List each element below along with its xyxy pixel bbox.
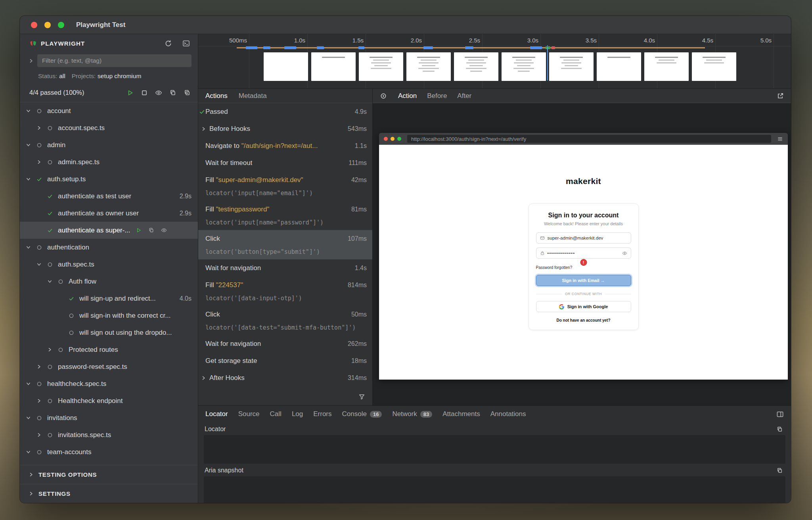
tree-item-authenticate-as-owner-user[interactable]: authenticate as owner user2.9s xyxy=(20,205,198,222)
timeline-filmstrip[interactable] xyxy=(264,52,736,81)
timeline[interactable]: 500ms1.0s1.5s2.0s2.5s3.0s3.5s4.0s4.5s5.0… xyxy=(198,34,791,89)
filmstrip-thumbnail[interactable] xyxy=(311,52,356,81)
chevron-down-icon[interactable] xyxy=(26,177,36,182)
open-external-icon[interactable] xyxy=(777,92,784,100)
chevron-down-icon[interactable] xyxy=(26,449,36,455)
chevron-right-icon[interactable] xyxy=(201,375,206,380)
tab-console[interactable]: Console16 xyxy=(342,410,382,418)
copy-aria-snapshot-icon[interactable] xyxy=(776,467,783,474)
action-item[interactable]: Fill "testingpassword"81mslocator('input… xyxy=(198,201,372,230)
chevron-down-icon[interactable] xyxy=(26,245,36,250)
sidebar-section-testing-options[interactable]: TESTING OPTIONS xyxy=(20,465,198,484)
sidebar-section-settings[interactable]: SETTINGS xyxy=(20,484,198,503)
tree-item-auth-setup-ts[interactable]: auth.setup.ts xyxy=(20,171,198,188)
chevron-right-icon[interactable] xyxy=(36,364,47,369)
tree-item-will-sign-up-and-redirect[interactable]: will sign-up and redirect...4.0s xyxy=(20,290,198,307)
chevron-right-icon[interactable] xyxy=(36,398,47,403)
filter-actions-icon[interactable] xyxy=(358,393,365,400)
aria-snapshot-editor[interactable] xyxy=(204,476,785,503)
action-item[interactable]: Passed4.9s xyxy=(198,103,372,120)
projects-value[interactable]: setup chromium xyxy=(98,73,141,80)
filmstrip-thumbnail[interactable] xyxy=(549,52,594,81)
copy-locator-icon[interactable] xyxy=(776,426,783,433)
terminal-icon[interactable] xyxy=(182,40,190,47)
copy-icon[interactable] xyxy=(148,227,154,233)
pick-locator-icon[interactable] xyxy=(380,92,387,100)
chevron-down-icon[interactable] xyxy=(26,415,36,420)
reload-tests-icon[interactable] xyxy=(165,40,172,47)
tab-metadata[interactable]: Metadata xyxy=(239,92,267,100)
tree-item-admin-spec-ts[interactable]: admin.spec.ts xyxy=(20,154,198,171)
filmstrip-thumbnail[interactable] xyxy=(692,52,736,81)
tree-item-invitations[interactable]: invitations xyxy=(20,409,198,426)
action-item[interactable]: Click50mslocator('[data-test="submit-mfa… xyxy=(198,306,372,335)
action-item[interactable]: Wait for navigation1.4s xyxy=(198,259,372,276)
email-field[interactable]: super-admin@makerkit.dev xyxy=(536,232,631,244)
chevron-down-icon[interactable] xyxy=(26,381,36,386)
chevron-down-icon[interactable] xyxy=(26,108,36,113)
chevron-right-icon[interactable] xyxy=(201,126,206,131)
tab-after[interactable]: After xyxy=(457,92,471,100)
tree-item-will-sign-out-using-the-dropdo[interactable]: will sign out using the dropdo... xyxy=(20,324,198,341)
tree-item-team-accounts[interactable]: team-accounts xyxy=(20,443,198,461)
tab-actions[interactable]: Actions xyxy=(205,92,228,100)
tree-item-account[interactable]: account xyxy=(20,102,198,119)
toggle-password-icon[interactable] xyxy=(622,251,627,256)
tree-item-protected-routes[interactable]: Protected routes xyxy=(20,341,198,358)
tree-item-auth-spec-ts[interactable]: auth.spec.ts xyxy=(20,256,198,273)
action-item[interactable]: Fill "super-admin@makerkit.dev"42mslocat… xyxy=(198,171,372,201)
close-window-button[interactable] xyxy=(31,22,37,28)
tree-item-healthcheck-endpoint[interactable]: Healthcheck endpoint xyxy=(20,392,198,409)
filter-input[interactable] xyxy=(37,54,192,67)
locator-editor[interactable] xyxy=(204,435,785,464)
chevron-right-icon[interactable] xyxy=(36,159,47,165)
action-item[interactable]: Fill "224537"814mslocator('[data-input-o… xyxy=(198,276,372,306)
tree-item-password-reset-spec-ts[interactable]: password-reset.spec.ts xyxy=(20,358,198,375)
tab-action[interactable]: Action xyxy=(398,92,417,100)
chevron-right-icon[interactable] xyxy=(36,432,47,437)
tab-errors[interactable]: Errors xyxy=(313,410,331,418)
expand-all-icon[interactable] xyxy=(184,89,191,96)
chevron-down-icon[interactable] xyxy=(47,279,58,284)
tab-before[interactable]: Before xyxy=(427,92,447,100)
tree-item-auth-flow[interactable]: Auth flow xyxy=(20,273,198,290)
stop-icon[interactable] xyxy=(141,89,148,96)
tab-attachments[interactable]: Attachments xyxy=(442,410,480,418)
filmstrip-thumbnail[interactable] xyxy=(264,52,308,81)
tree-item-account-spec-ts[interactable]: account.spec.ts xyxy=(20,119,198,136)
action-item[interactable]: Before Hooks543ms xyxy=(198,120,372,137)
filmstrip-thumbnail[interactable] xyxy=(406,52,451,81)
play-icon[interactable] xyxy=(136,227,142,233)
tree-item-will-sign-in-with-the-correct-cr[interactable]: will sign-in with the correct cr... xyxy=(20,307,198,324)
tree-item-invitations-spec-ts[interactable]: invitations.spec.ts xyxy=(20,426,198,443)
zoom-window-button[interactable] xyxy=(58,22,64,28)
tree-item-healthcheck-spec-ts[interactable]: healthcheck.spec.ts xyxy=(20,375,198,392)
toggle-panel-layout-icon[interactable] xyxy=(776,411,784,418)
chevron-right-icon[interactable] xyxy=(29,58,34,63)
minimize-window-button[interactable] xyxy=(44,22,51,28)
tab-source[interactable]: Source xyxy=(238,410,260,418)
action-item[interactable]: Wait for navigation262ms xyxy=(198,335,372,352)
tree-item-authentication[interactable]: authentication xyxy=(20,239,198,256)
tree-item-authenticate-as-super[interactable]: authenticate as super-... xyxy=(20,222,198,239)
tree-item-authenticate-as-test-user[interactable]: authenticate as test user2.9s xyxy=(20,188,198,205)
signin-google-button[interactable]: Sign in with Google xyxy=(536,301,631,312)
filmstrip-thumbnail[interactable] xyxy=(597,52,641,81)
tab-network[interactable]: Network83 xyxy=(392,410,432,418)
signup-link[interactable]: Do not have an account yet? xyxy=(536,318,631,322)
action-item[interactable]: Get storage state18ms xyxy=(198,352,372,369)
tab-call[interactable]: Call xyxy=(270,410,282,418)
filmstrip-thumbnail[interactable] xyxy=(502,52,546,81)
run-all-icon[interactable] xyxy=(126,89,134,96)
tab-locator[interactable]: Locator xyxy=(205,410,228,418)
signin-email-button[interactable]: Sign in with Email → xyxy=(536,275,631,286)
chevron-right-icon[interactable] xyxy=(47,347,58,352)
chevron-right-icon[interactable] xyxy=(36,125,47,130)
tab-log[interactable]: Log xyxy=(292,410,303,418)
timeline-cursor[interactable] xyxy=(547,45,548,81)
action-item[interactable]: After Hooks314ms xyxy=(198,369,372,386)
filmstrip-thumbnail[interactable] xyxy=(644,52,689,81)
eye-icon[interactable] xyxy=(161,227,167,233)
chevron-down-icon[interactable] xyxy=(26,142,36,148)
filmstrip-thumbnail[interactable] xyxy=(454,52,498,81)
